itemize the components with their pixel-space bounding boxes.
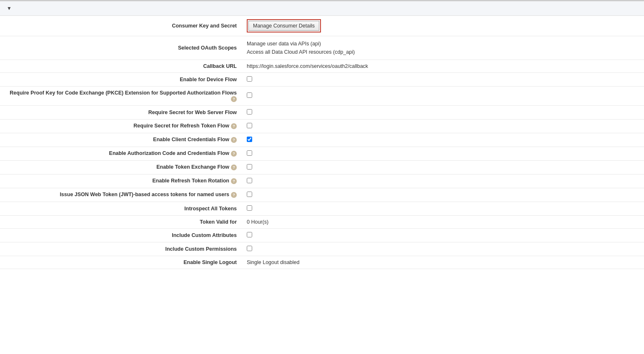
value-token-exchange xyxy=(242,160,644,174)
label-auth-code-credentials: Enable Authorization Code and Credential… xyxy=(0,147,242,160)
checkbox-custom-permissions[interactable] xyxy=(247,246,252,251)
checkbox-custom-attributes[interactable] xyxy=(247,232,252,237)
label-consumer-key: Consumer Key and Secret xyxy=(0,16,242,36)
label-oauth-scopes: Selected OAuth Scopes xyxy=(0,36,242,60)
label-device-flow: Enable for Device Flow xyxy=(0,73,242,87)
label-text-oauth-scopes: Selected OAuth Scopes xyxy=(178,45,237,51)
help-icon-client-credentials[interactable]: ? xyxy=(231,137,237,143)
label-secret-web-server: Require Secret for Web Server Flow xyxy=(0,105,242,119)
form-row-custom-attributes: Include Custom Attributes xyxy=(0,228,644,242)
form-table: Consumer Key and SecretManage Consumer D… xyxy=(0,16,644,269)
value-custom-permissions xyxy=(242,242,644,256)
value-secret-refresh-token xyxy=(242,119,644,133)
value-oauth-scopes: Manage user data via APIs (api)Access al… xyxy=(242,36,644,60)
value-single-logout: Single Logout disabled xyxy=(242,256,644,269)
value-device-flow xyxy=(242,73,644,87)
checkbox-jwt-tokens[interactable] xyxy=(247,192,252,197)
form-row-callback-url: Callback URLhttps://login.salesforce.com… xyxy=(0,60,644,73)
label-text-pkce: Require Proof Key for Code Exchange (PKC… xyxy=(10,90,237,96)
label-text-callback-url: Callback URL xyxy=(203,63,237,69)
label-text-secret-refresh-token: Require Secret for Refresh Token Flow xyxy=(133,123,229,129)
checkbox-token-exchange[interactable] xyxy=(247,164,252,170)
label-text-custom-permissions: Include Custom Permissions xyxy=(165,246,237,252)
value-auth-code-credentials xyxy=(242,147,644,160)
label-refresh-token-rotation: Enable Refresh Token Rotation? xyxy=(0,174,242,188)
value-callback-url: https://login.salesforce.com/services/oa… xyxy=(242,60,644,73)
checkbox-secret-refresh-token[interactable] xyxy=(247,123,252,128)
scope-line: Manage user data via APIs (api) xyxy=(247,40,639,48)
form-row-secret-refresh-token: Require Secret for Refresh Token Flow? xyxy=(0,119,644,133)
label-single-logout: Enable Single Logout xyxy=(0,256,242,269)
label-text-token-exchange: Enable Token Exchange Flow xyxy=(156,164,229,170)
help-icon-jwt-tokens[interactable]: ? xyxy=(231,192,237,198)
label-text-custom-attributes: Include Custom Attributes xyxy=(172,232,237,238)
checkbox-device-flow[interactable] xyxy=(247,76,252,82)
value-client-credentials xyxy=(242,133,644,147)
label-token-valid: Token Valid for xyxy=(0,215,242,228)
checkbox-pkce[interactable] xyxy=(247,92,252,98)
form-row-jwt-tokens: Issue JSON Web Token (JWT)-based access … xyxy=(0,188,644,202)
field-value-single-logout: Single Logout disabled xyxy=(247,259,300,265)
label-text-secret-web-server: Require Secret for Web Server Flow xyxy=(148,110,237,115)
help-icon-refresh-token-rotation[interactable]: ? xyxy=(231,178,237,184)
form-row-introspect-tokens: Introspect All Tokens xyxy=(0,202,644,215)
form-row-client-credentials: Enable Client Credentials Flow? xyxy=(0,133,644,147)
form-row-device-flow: Enable for Device Flow xyxy=(0,73,644,87)
label-text-auth-code-credentials: Enable Authorization Code and Credential… xyxy=(109,150,229,156)
collapse-triangle[interactable]: ▼ xyxy=(7,5,12,11)
label-text-jwt-tokens: Issue JSON Web Token (JWT)-based access … xyxy=(60,192,229,197)
checkbox-introspect-tokens[interactable] xyxy=(247,205,252,211)
value-consumer-key: Manage Consumer Details xyxy=(242,16,644,36)
value-pkce xyxy=(242,87,644,106)
label-text-client-credentials: Enable Client Credentials Flow xyxy=(153,137,229,142)
form-row-refresh-token-rotation: Enable Refresh Token Rotation? xyxy=(0,174,644,188)
label-callback-url: Callback URL xyxy=(0,60,242,73)
checkbox-client-credentials[interactable] xyxy=(247,137,252,142)
value-introspect-tokens xyxy=(242,202,644,215)
value-secret-web-server xyxy=(242,105,644,119)
help-icon-token-exchange[interactable]: ? xyxy=(231,165,237,170)
scope-line: Access all Data Cloud API resources (cdp… xyxy=(247,48,639,56)
label-text-consumer-key: Consumer Key and Secret xyxy=(172,23,237,29)
label-jwt-tokens: Issue JSON Web Token (JWT)-based access … xyxy=(0,188,242,202)
form-row-single-logout: Enable Single LogoutSingle Logout disabl… xyxy=(0,256,644,269)
value-token-valid: 0 Hour(s) xyxy=(242,215,644,228)
label-text-token-valid: Token Valid for xyxy=(200,219,237,225)
label-custom-permissions: Include Custom Permissions xyxy=(0,242,242,256)
form-row-oauth-scopes: Selected OAuth ScopesManage user data vi… xyxy=(0,36,644,60)
page-container: ▼ Consumer Key and SecretManage Consumer… xyxy=(0,0,644,354)
form-row-token-valid: Token Valid for0 Hour(s) xyxy=(0,215,644,228)
help-icon-pkce[interactable]: ? xyxy=(231,96,237,102)
label-text-device-flow: Enable for Device Flow xyxy=(180,77,237,82)
label-pkce: Require Proof Key for Code Exchange (PKC… xyxy=(0,87,242,106)
label-secret-refresh-token: Require Secret for Refresh Token Flow? xyxy=(0,119,242,133)
manage-btn-highlight: Manage Consumer Details xyxy=(247,19,321,32)
checkbox-auth-code-credentials[interactable] xyxy=(247,150,252,156)
label-text-single-logout: Enable Single Logout xyxy=(183,259,237,265)
label-custom-attributes: Include Custom Attributes xyxy=(0,228,242,242)
help-icon-secret-refresh-token[interactable]: ? xyxy=(231,123,237,129)
label-introspect-tokens: Introspect All Tokens xyxy=(0,202,242,215)
field-value-callback-url: https://login.salesforce.com/services/oa… xyxy=(247,63,368,69)
label-token-exchange: Enable Token Exchange Flow? xyxy=(0,160,242,174)
checkbox-secret-web-server[interactable] xyxy=(247,109,252,115)
form-row-consumer-key: Consumer Key and SecretManage Consumer D… xyxy=(0,16,644,36)
value-custom-attributes xyxy=(242,228,644,242)
manage-consumer-details-button[interactable]: Manage Consumer Details xyxy=(248,21,319,31)
label-text-refresh-token-rotation: Enable Refresh Token Rotation xyxy=(152,178,229,184)
value-refresh-token-rotation xyxy=(242,174,644,188)
field-value-token-valid: 0 Hour(s) xyxy=(247,219,268,225)
section-header: ▼ xyxy=(0,1,644,16)
checkbox-refresh-token-rotation[interactable] xyxy=(247,178,252,183)
label-client-credentials: Enable Client Credentials Flow? xyxy=(0,133,242,147)
form-row-auth-code-credentials: Enable Authorization Code and Credential… xyxy=(0,147,644,160)
form-row-pkce: Require Proof Key for Code Exchange (PKC… xyxy=(0,87,644,106)
help-icon-auth-code-credentials[interactable]: ? xyxy=(231,151,237,157)
form-row-custom-permissions: Include Custom Permissions xyxy=(0,242,644,256)
form-row-token-exchange: Enable Token Exchange Flow? xyxy=(0,160,644,174)
label-text-introspect-tokens: Introspect All Tokens xyxy=(184,206,237,212)
value-jwt-tokens xyxy=(242,188,644,202)
form-row-secret-web-server: Require Secret for Web Server Flow xyxy=(0,105,644,119)
